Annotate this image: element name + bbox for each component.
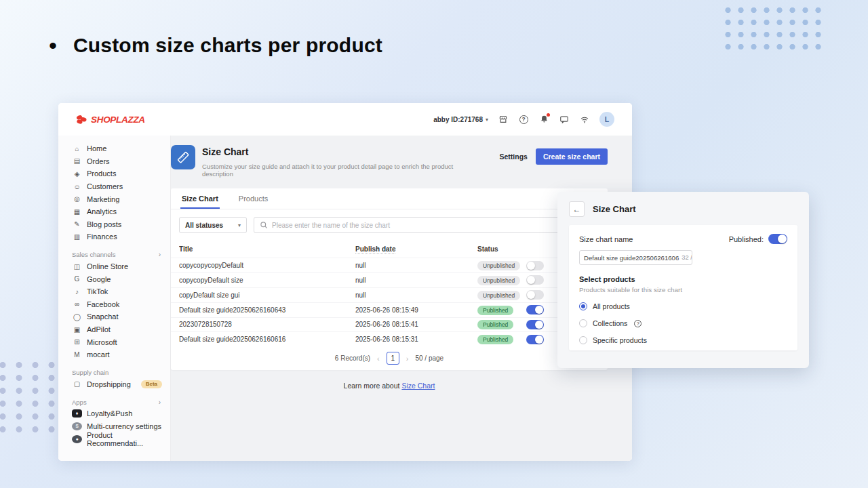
hero: • Custom size charts per product xyxy=(49,34,382,57)
column-status: Status xyxy=(477,245,525,253)
status-badge: Published xyxy=(477,320,513,329)
publish-toggle[interactable] xyxy=(526,335,544,344)
table-row[interactable]: Default size guide20250626160643 2025-06… xyxy=(171,302,608,317)
row-title: Default size guide20250626160616 xyxy=(179,336,355,343)
sidebar-item-products[interactable]: ◈Products xyxy=(58,167,170,180)
shoplazza-logo-icon xyxy=(76,115,87,125)
sidebar-item-microsoft[interactable]: ⊞Microsoft xyxy=(58,336,170,348)
size-chart-name-input[interactable]: Default size guide202506261606 32 /40 xyxy=(579,250,692,265)
settings-button[interactable]: Settings xyxy=(500,152,528,161)
chevron-right-icon[interactable]: › xyxy=(159,251,161,258)
sidebar-item-loyalty-push[interactable]: ♦Loyalty&Push xyxy=(58,407,170,420)
status-badge: Unpublished xyxy=(477,276,520,285)
wifi-icon[interactable] xyxy=(579,114,590,125)
learn-more: Learn more about Size Chart xyxy=(171,382,608,390)
beta-badge: Beta xyxy=(141,380,162,388)
pagination: 6 Record(s) ‹ 1 › 50 / page xyxy=(171,346,608,370)
back-button[interactable]: ← xyxy=(569,201,585,217)
table-row[interactable]: copycopycopyDefault null Unpublished xyxy=(171,258,608,272)
mocart-icon: M xyxy=(72,351,82,359)
app-subtitle: Customize your size guide and attach it … xyxy=(202,163,460,178)
microsoft-icon: ⊞ xyxy=(72,338,82,346)
sidebar-item-snapchat[interactable]: ◯Snapchat xyxy=(58,310,170,323)
sidebar-item-home[interactable]: ⌂Home xyxy=(58,142,170,155)
sidebar-section-apps: Apps › xyxy=(58,396,170,407)
chevron-down-icon: ▾ xyxy=(238,222,241,228)
prev-page-icon[interactable]: ‹ xyxy=(377,354,380,363)
page-size[interactable]: 50 / page xyxy=(415,354,443,362)
tab-size-chart[interactable]: Size Chart xyxy=(180,188,220,209)
status-filter-value: All statuses xyxy=(185,222,223,229)
create-size-chart-button[interactable]: Create size chart xyxy=(536,148,608,165)
page-number[interactable]: 1 xyxy=(387,352,399,365)
publish-toggle[interactable] xyxy=(526,320,544,329)
table-row[interactable]: copyDefault size gui null Unpublished xyxy=(171,287,608,302)
publish-toggle[interactable] xyxy=(526,290,544,300)
publish-toggle[interactable] xyxy=(526,275,544,285)
radio-all-products[interactable]: All products xyxy=(579,302,787,310)
orders-icon: ▤ xyxy=(72,157,82,165)
radio-icon[interactable] xyxy=(579,319,587,327)
table-row[interactable]: Default size guide20250626160616 2025-06… xyxy=(171,331,608,346)
shoplazza-logo[interactable]: SHOPLAZZA xyxy=(76,115,145,125)
sidebar-item-label: Analytics xyxy=(87,207,117,216)
tab-products[interactable]: Products xyxy=(237,188,269,209)
sidebar-item-tiktok[interactable]: ♪TikTok xyxy=(58,285,170,298)
blog-icon: ✎ xyxy=(72,220,82,228)
help-icon[interactable]: ? xyxy=(518,114,529,125)
search-icon xyxy=(260,221,268,229)
sidebar-item-label: TikTok xyxy=(87,287,108,296)
bell-icon[interactable] xyxy=(538,114,549,125)
window-body: ⌂Home ▤Orders ◈Products ☺Customers ◎Mark… xyxy=(58,136,632,461)
sidebar-item-analytics[interactable]: ▦Analytics xyxy=(58,205,170,218)
radio-collections[interactable]: Collections ? xyxy=(579,319,787,327)
chat-icon[interactable] xyxy=(559,114,570,125)
sidebar-item-product-recommendation[interactable]: ●Product Recommendati... xyxy=(58,432,170,445)
sidebar-item-finances[interactable]: ▥Finances xyxy=(58,230,170,243)
sidebar-item-adpilot[interactable]: ▣AdPilot xyxy=(58,323,170,336)
size-chart-detail-panel: ← Size Chart Size chart name Published: … xyxy=(557,192,809,368)
search-input[interactable] xyxy=(272,222,593,229)
publish-toggle[interactable] xyxy=(526,261,544,270)
radio-icon[interactable] xyxy=(579,336,587,344)
sidebar-item-online-store[interactable]: ◫Online Store xyxy=(58,260,170,273)
avatar[interactable]: L xyxy=(599,112,614,127)
sidebar-item-facebook[interactable]: ∞Facebook xyxy=(58,298,170,311)
app-header: Size Chart Customize your size guide and… xyxy=(171,145,608,178)
size-chart-link[interactable]: Size Chart xyxy=(401,382,435,390)
sidebar-item-orders[interactable]: ▤Orders xyxy=(58,155,170,168)
published-toggle[interactable] xyxy=(768,234,787,244)
radio-specific-products[interactable]: Specific products xyxy=(579,336,787,344)
table-row[interactable]: 20230728150728 2025-06-26 08:15:41 Publi… xyxy=(171,317,608,332)
status-badge: Unpublished xyxy=(477,291,520,300)
sidebar-item-mocart[interactable]: Mmocart xyxy=(58,348,170,361)
sidebar-item-google[interactable]: GGoogle xyxy=(58,272,170,285)
next-page-icon[interactable]: › xyxy=(406,354,409,363)
sidebar-section-sales-channels: Sales channels › xyxy=(58,249,170,260)
radio-label: Specific products xyxy=(593,336,647,344)
sidebar-item-label: Facebook xyxy=(87,300,119,308)
snapchat-icon: ◯ xyxy=(72,313,82,321)
customers-icon: ☺ xyxy=(72,183,82,190)
sidebar-item-dropshipping[interactable]: ▢ Dropshipping Beta xyxy=(58,378,170,391)
sidebar-item-label: Customers xyxy=(87,182,123,190)
size-chart-app-icon xyxy=(171,145,195,169)
published-label: Published: xyxy=(729,235,764,243)
sidebar-item-blog-posts[interactable]: ✎Blog posts xyxy=(58,218,170,231)
account-menu[interactable]: abby ID:271768 ▾ xyxy=(433,116,488,123)
sidebar-item-customers[interactable]: ☺Customers xyxy=(58,180,170,193)
select-products-title: Select products xyxy=(579,275,787,283)
status-filter-select[interactable]: All statuses ▾ xyxy=(179,217,247,233)
store-icon[interactable] xyxy=(498,114,509,125)
help-icon[interactable]: ? xyxy=(634,320,642,327)
loyalty-push-icon: ♦ xyxy=(72,409,82,418)
chevron-right-icon[interactable]: › xyxy=(159,399,161,406)
sidebar-item-label: Microsoft xyxy=(87,338,117,346)
sidebar-item-label: Orders xyxy=(87,157,110,165)
table-row[interactable]: copycopyDefault size null Unpublished xyxy=(171,272,608,287)
sidebar-item-marketing[interactable]: ◎Marketing xyxy=(58,192,170,205)
radio-icon[interactable] xyxy=(579,302,587,310)
publish-toggle[interactable] xyxy=(526,305,544,314)
row-publish-date: 2025-06-26 08:15:41 xyxy=(355,321,477,328)
bullet-icon: • xyxy=(49,34,57,57)
